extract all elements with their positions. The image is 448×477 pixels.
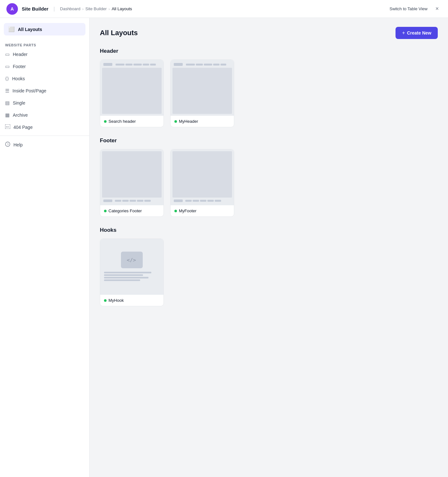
sidebar-item-footer[interactable]: ▭ Footer bbox=[0, 60, 89, 73]
create-new-button[interactable]: + Create New bbox=[396, 27, 438, 39]
sidebar-header-label: Header bbox=[13, 52, 28, 57]
sidebar-single-label: Single bbox=[13, 100, 25, 106]
breadcrumb: Dashboard › Site Builder › All Layouts bbox=[60, 6, 132, 11]
sidebar-footer-label: Footer bbox=[13, 64, 26, 69]
fp-line-3 bbox=[130, 200, 136, 202]
sidebar-archive-label: Archive bbox=[13, 113, 28, 118]
fp-line-2 bbox=[122, 200, 129, 202]
categories-footer-status-dot bbox=[104, 210, 107, 212]
breadcrumb-all-layouts: All Layouts bbox=[112, 6, 132, 11]
all-layouts-label: All Layouts bbox=[18, 27, 42, 32]
hook-line-1 bbox=[104, 272, 151, 273]
preview-nav-lines-2 bbox=[186, 64, 226, 66]
my-footer-bottom-bar bbox=[171, 198, 234, 205]
topbar-left: A Site Builder | Dashboard › Site Builde… bbox=[6, 3, 132, 15]
categories-footer-card-footer: Categories Footer bbox=[100, 205, 164, 216]
sidebar-divider bbox=[0, 136, 89, 136]
card-my-header[interactable]: MyHeader bbox=[170, 59, 234, 127]
my-footer-status-dot bbox=[174, 210, 177, 212]
sidebar-item-archive[interactable]: ▦ Archive bbox=[0, 109, 89, 121]
my-hook-preview: </> bbox=[100, 239, 164, 295]
search-header-top-bar bbox=[100, 60, 164, 68]
preview-nav-line-7 bbox=[196, 64, 203, 66]
footer-preview-logo bbox=[103, 199, 112, 202]
hook-preview-lines bbox=[100, 271, 164, 282]
main-wrapper: ⬜ All Layouts Website Parts ▭ Header ▭ F… bbox=[0, 0, 448, 477]
my-hook-card-footer: MyHook bbox=[100, 295, 164, 306]
topbar-right: Switch to Table View × bbox=[389, 4, 442, 13]
card-my-footer[interactable]: MyFooter bbox=[170, 149, 234, 217]
help-icon: ? bbox=[5, 142, 10, 148]
preview-nav-line-4 bbox=[143, 64, 149, 66]
fp-line-8 bbox=[200, 200, 206, 202]
inside-post-icon: ☰ bbox=[5, 88, 9, 94]
fp-line-9 bbox=[207, 200, 214, 202]
my-header-preview bbox=[171, 60, 234, 116]
section-hooks: Hooks </> bbox=[100, 227, 438, 306]
svg-text:404: 404 bbox=[6, 126, 9, 128]
card-my-hook[interactable]: </> MyHook bbox=[100, 238, 164, 306]
my-header-status-dot bbox=[174, 120, 177, 123]
breadcrumb-dashboard[interactable]: Dashboard bbox=[60, 6, 81, 11]
single-icon: ▤ bbox=[5, 100, 10, 106]
my-hook-label: MyHook bbox=[108, 298, 124, 303]
section-header-title: Header bbox=[100, 48, 438, 54]
my-footer-preview bbox=[171, 149, 234, 205]
svg-text:</>: </> bbox=[127, 257, 136, 263]
preview-nav-line-9 bbox=[213, 64, 220, 66]
categories-footer-preview bbox=[100, 149, 164, 205]
card-categories-footer[interactable]: Categories Footer bbox=[100, 149, 164, 217]
sidebar-item-hooks[interactable]: ⟨⟩ Hooks bbox=[0, 73, 89, 85]
hook-line-2 bbox=[104, 274, 143, 276]
svg-text:?: ? bbox=[7, 143, 9, 146]
app-logo: A bbox=[6, 3, 18, 15]
breadcrumb-site-builder[interactable]: Site Builder bbox=[85, 6, 107, 11]
sidebar: ⬜ All Layouts Website Parts ▭ Header ▭ F… bbox=[0, 18, 90, 477]
fp-line-10 bbox=[215, 200, 221, 202]
fp-line-1 bbox=[115, 200, 121, 202]
layout-icon: ⬜ bbox=[8, 26, 15, 32]
sidebar-item-header[interactable]: ▭ Header bbox=[0, 48, 89, 60]
categories-footer-label: Categories Footer bbox=[108, 208, 142, 213]
my-header-top-bar bbox=[171, 60, 234, 68]
categories-footer-bottom-bar bbox=[100, 198, 164, 205]
section-footer: Footer bbox=[100, 137, 438, 217]
sidebar-item-404-page[interactable]: 404 404 Page bbox=[0, 121, 89, 133]
my-footer-body bbox=[172, 151, 232, 198]
my-footer-card-footer: MyFooter bbox=[171, 205, 234, 216]
hooks-icon: ⟨⟩ bbox=[5, 76, 9, 82]
hooks-cards-grid: </> MyHook bbox=[100, 238, 438, 306]
preview-nav-line-10 bbox=[220, 64, 226, 66]
fp-line-5 bbox=[144, 200, 151, 202]
card-search-header[interactable]: Search header bbox=[100, 59, 164, 127]
search-header-preview bbox=[100, 60, 164, 116]
switch-view-button[interactable]: Switch to Table View bbox=[389, 6, 428, 11]
search-header-label: Search header bbox=[108, 119, 136, 124]
page-title: All Layouts bbox=[100, 29, 138, 37]
footer-preview-lines bbox=[115, 200, 151, 202]
preview-nav-line-5 bbox=[150, 64, 156, 66]
hook-line-4 bbox=[104, 279, 140, 281]
footer-preview-logo-2 bbox=[174, 199, 183, 202]
section-header: Header bbox=[100, 48, 438, 127]
my-footer-label: MyFooter bbox=[179, 208, 196, 213]
website-parts-label: Website Parts bbox=[0, 41, 89, 48]
fp-line-4 bbox=[137, 200, 143, 202]
close-button[interactable]: × bbox=[433, 4, 442, 13]
section-footer-title: Footer bbox=[100, 137, 438, 144]
app-title: Site Builder bbox=[22, 6, 48, 12]
sidebar-item-single[interactable]: ▤ Single bbox=[0, 97, 89, 109]
preview-nav-line-3 bbox=[133, 64, 142, 66]
sidebar-item-all-layouts[interactable]: ⬜ All Layouts bbox=[4, 23, 85, 35]
help-label: Help bbox=[13, 142, 23, 147]
hook-line-3 bbox=[104, 277, 148, 278]
sidebar-help[interactable]: ? Help bbox=[0, 138, 89, 151]
footer-cards-grid: Categories Footer bbox=[100, 149, 438, 217]
sidebar-hooks-label: Hooks bbox=[12, 76, 25, 81]
my-hook-status-dot bbox=[104, 299, 107, 302]
archive-icon: ▦ bbox=[5, 112, 10, 118]
topbar: A Site Builder | Dashboard › Site Builde… bbox=[0, 0, 448, 18]
header-cards-grid: Search header bbox=[100, 59, 438, 127]
sidebar-item-inside-post-page[interactable]: ☰ Inside Post/Page bbox=[0, 85, 89, 97]
preview-nav-line-1 bbox=[116, 64, 124, 66]
